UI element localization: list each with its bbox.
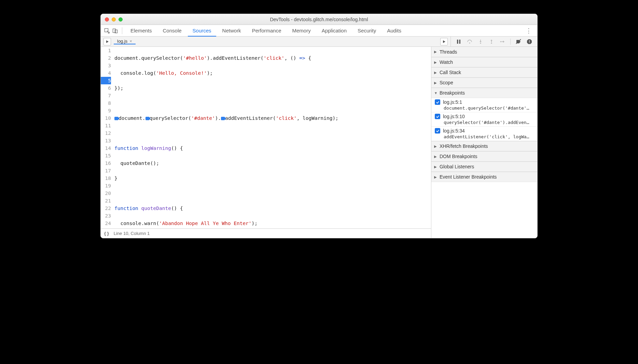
file-tab-label: log.js [117,39,127,44]
svg-rect-17 [529,42,530,43]
breakpoint-line-5: 5 [101,77,111,84]
more-options-icon[interactable]: ⋮ [523,27,535,34]
tab-separator [122,27,122,34]
svg-point-12 [500,41,501,42]
breakpoint-item[interactable]: log.js:5:1 document.querySelector('#dant… [431,98,537,112]
tab-performance[interactable]: Performance [247,25,286,36]
svg-point-8 [480,42,481,43]
panel-global-label: Global Listeners [440,164,474,169]
line-gutter[interactable]: 1234 5 6789 10111213 14151617 18192021 2… [101,47,112,228]
svg-marker-3 [106,40,109,43]
file-tab-logjs[interactable]: log.js × [114,39,136,44]
svg-point-10 [491,42,492,43]
code-content[interactable]: document.querySelector('#hello').addEven… [112,47,431,228]
panel-breakpoints-label: Breakpoints [440,90,465,96]
maximize-window-button[interactable] [119,17,123,22]
panel-scope-label: Scope [440,80,453,85]
breakpoint-location: log.js:5:1 [443,99,462,105]
svg-rect-5 [457,40,458,44]
window-title: DevTools - devtools.glitch.me/console/lo… [101,17,537,22]
code-editor[interactable]: 1234 5 6789 10111213 14151617 18192021 2… [101,47,431,228]
panel-threads-label: Threads [440,49,457,55]
debugger-sidebar: ▶Threads ▶Watch ▶Call Stack ▶Scope ▼Brea… [431,47,537,238]
tab-elements[interactable]: Elements [126,25,157,36]
traffic-lights [101,17,123,22]
svg-rect-1 [113,29,116,32]
svg-marker-13 [503,41,504,43]
panel-xhr-breakpoints[interactable]: ▶XHR/fetch Breakpoints [431,141,537,151]
deactivate-breakpoints-icon[interactable] [515,39,522,45]
panel-dom-label: DOM Breakpoints [440,154,477,159]
breakpoint-item[interactable]: log.js:5:34 addEventListener('click', lo… [431,127,537,141]
devtools-window: DevTools - devtools.glitch.me/console/lo… [100,14,538,238]
panel-xhr-label: XHR/fetch Breakpoints [440,143,488,149]
devtools-tabs: Elements Console Sources Network Perform… [101,25,537,37]
pause-on-exceptions-icon[interactable] [526,39,532,45]
panel-watch[interactable]: ▶Watch [431,57,537,67]
panel-event-listener-breakpoints[interactable]: ▶Event Listener Breakpoints [431,172,537,182]
editor-pane: 1234 5 6789 10111213 14151617 18192021 2… [101,47,431,238]
step-out-icon[interactable] [488,39,495,45]
breakpoint-snippet: addEventListener('click', logWa… [435,134,535,139]
pretty-print-icon[interactable]: { } [104,231,109,236]
breakpoint-marker-icon[interactable] [114,117,118,120]
pause-icon[interactable] [456,39,462,45]
tab-sources[interactable]: Sources [188,25,216,37]
breakpoint-checkbox[interactable] [435,99,440,105]
close-window-button[interactable] [105,17,109,22]
tab-application[interactable]: Application [317,25,351,36]
breakpoint-marker-icon[interactable] [221,117,224,120]
tab-network[interactable]: Network [218,25,246,36]
step-into-icon[interactable] [477,39,484,45]
step-icon[interactable] [499,39,505,45]
device-toolbar-icon[interactable] [112,27,119,34]
tab-audits[interactable]: Audits [382,25,406,36]
show-debugger-icon[interactable] [440,38,448,45]
tab-security[interactable]: Security [353,25,381,36]
svg-marker-11 [490,40,493,41]
breakpoint-location: log.js:5:34 [443,128,465,134]
panel-global-listeners[interactable]: ▶Global Listeners [431,162,537,172]
panel-scope[interactable]: ▶Scope [431,78,537,88]
tab-memory[interactable]: Memory [288,25,316,36]
breakpoint-checkbox[interactable] [435,114,440,119]
show-navigator-icon[interactable] [103,38,111,45]
breakpoint-item[interactable]: log.js:5:10 querySelector('#dante').addE… [431,112,537,127]
panel-watch-label: Watch [440,59,453,65]
panel-callstack-label: Call Stack [440,70,461,75]
cursor-position: Line 10, Column 1 [114,231,150,236]
panel-threads[interactable]: ▶Threads [431,47,537,57]
close-file-icon[interactable]: × [129,39,132,44]
minimize-window-button[interactable] [112,17,116,22]
titlebar: DevTools - devtools.glitch.me/console/lo… [101,14,537,25]
step-over-icon[interactable] [467,39,473,45]
svg-point-7 [469,42,470,43]
breakpoint-location: log.js:5:10 [443,114,465,119]
breakpoint-snippet: document.querySelector('#dante'… [435,105,535,111]
editor-statusbar: { } Line 10, Column 1 [101,228,431,238]
svg-marker-4 [443,40,445,43]
inspect-element-icon[interactable] [103,27,110,34]
debugger-toolbar [451,37,537,46]
toolbar-separator [510,39,511,45]
panel-dom-breakpoints[interactable]: ▶DOM Breakpoints [431,151,537,162]
svg-rect-16 [529,40,530,42]
sources-toolbar: log.js × [101,37,537,47]
svg-marker-9 [480,41,482,42]
panel-callstack[interactable]: ▶Call Stack [431,67,537,78]
panel-breakpoints[interactable]: ▼Breakpoints [431,88,537,98]
tab-console[interactable]: Console [158,25,186,36]
breakpoint-snippet: querySelector('#dante').addEven… [435,119,535,125]
main-area: 1234 5 6789 10111213 14151617 18192021 2… [101,47,537,238]
breakpoint-marker-icon[interactable] [145,117,149,120]
panel-event-label: Event Listener Breakpoints [440,174,497,180]
breakpoint-checkbox[interactable] [435,128,440,134]
svg-rect-6 [459,40,461,44]
